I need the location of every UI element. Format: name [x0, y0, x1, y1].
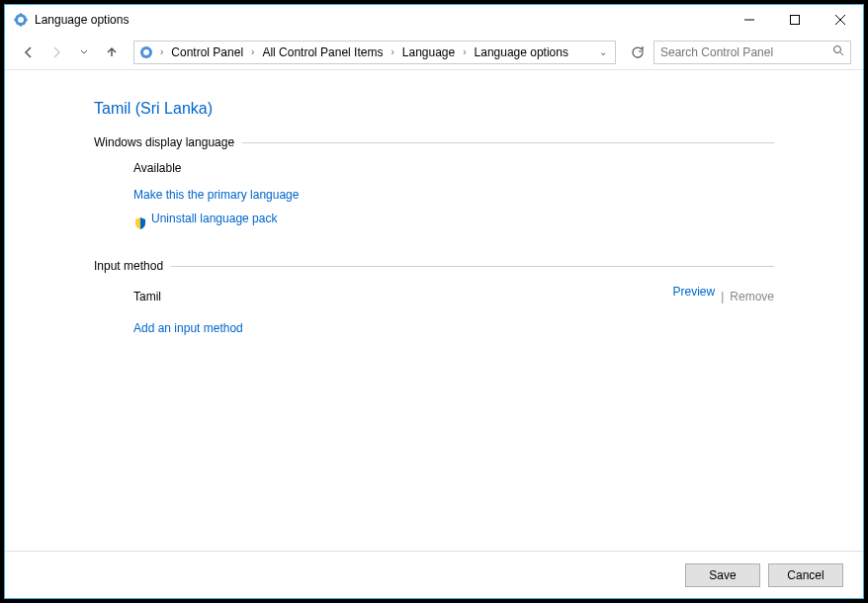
recent-dropdown[interactable]: [72, 41, 96, 64]
address-bar[interactable]: › Control Panel › All Control Panel Item…: [133, 41, 616, 64]
up-button[interactable]: [100, 41, 124, 64]
window-title: Language options: [35, 13, 727, 27]
chevron-right-icon[interactable]: ›: [389, 46, 395, 57]
divider-line: [242, 142, 774, 143]
save-button[interactable]: Save: [685, 563, 760, 587]
input-method-header: Input method: [94, 259, 774, 273]
svg-point-4: [143, 49, 149, 55]
svg-point-5: [834, 46, 841, 53]
chevron-right-icon[interactable]: ›: [249, 46, 256, 57]
nav-toolbar: › Control Panel › All Control Panel Item…: [5, 35, 863, 70]
breadcrumb-item[interactable]: All Control Panel Items: [256, 45, 389, 59]
location-icon: [138, 44, 154, 60]
footer-bar: Save Cancel: [5, 551, 863, 598]
make-primary-link[interactable]: Make this the primary language: [133, 188, 299, 202]
svg-point-1: [18, 17, 24, 23]
separator: |: [721, 290, 724, 303]
minimize-button[interactable]: [727, 5, 772, 35]
address-dropdown-icon[interactable]: ⌄: [595, 46, 611, 57]
breadcrumb-item[interactable]: Language: [396, 45, 461, 59]
availability-status: Available: [133, 161, 774, 175]
search-input[interactable]: [660, 45, 832, 59]
forward-button[interactable]: [44, 41, 68, 64]
chevron-right-icon[interactable]: ›: [461, 46, 468, 57]
cancel-button[interactable]: Cancel: [768, 563, 843, 587]
titlebar: Language options: [5, 5, 863, 35]
breadcrumb-item[interactable]: Control Panel: [165, 45, 249, 59]
add-input-method-link[interactable]: Add an input method: [133, 321, 243, 335]
input-method-section: Tamil Preview | Remove Add an input meth…: [94, 285, 774, 345]
display-language-section: Available Make this the primary language…: [94, 161, 774, 235]
window-controls: [727, 5, 863, 35]
close-button[interactable]: [818, 5, 863, 35]
display-language-header: Windows display language: [94, 135, 774, 149]
search-icon[interactable]: [832, 44, 844, 59]
breadcrumb-item[interactable]: Language options: [469, 45, 574, 59]
chevron-right-icon[interactable]: ›: [158, 46, 165, 57]
input-method-row: Tamil Preview | Remove: [133, 285, 774, 308]
search-box[interactable]: [653, 41, 851, 64]
input-method-name: Tamil: [133, 290, 673, 303]
window: Language options: [4, 4, 864, 599]
refresh-button[interactable]: [626, 41, 650, 64]
uninstall-pack-link[interactable]: Uninstall language pack: [151, 212, 277, 225]
maximize-button[interactable]: [772, 5, 818, 35]
content-area: Tamil (Sri Lanka) Windows display langua…: [5, 70, 863, 551]
page-title: Tamil (Sri Lanka): [94, 100, 774, 118]
shield-icon: [133, 216, 147, 230]
back-button[interactable]: [17, 41, 41, 64]
remove-link-disabled: Remove: [730, 290, 774, 303]
svg-rect-2: [791, 16, 800, 25]
preview-link[interactable]: Preview: [673, 285, 716, 299]
app-icon: [13, 12, 29, 28]
divider-line: [171, 266, 774, 267]
